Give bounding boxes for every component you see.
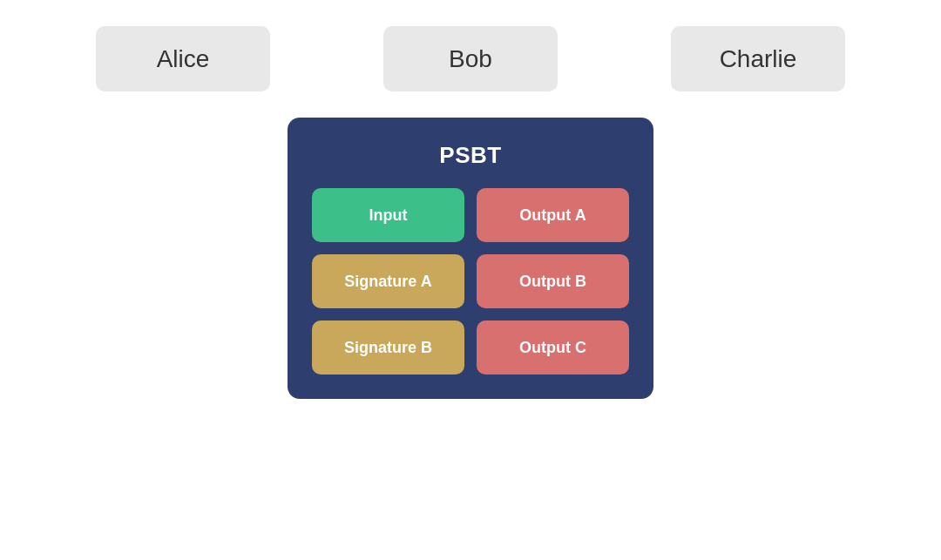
psbt-title: PSBT xyxy=(439,142,501,169)
person-alice: Alice xyxy=(96,26,270,91)
psbt-item-signature-b: Signature B xyxy=(312,320,464,374)
psbt-item-output-b-label: Output B xyxy=(519,273,586,291)
psbt-item-input-label: Input xyxy=(369,206,408,225)
psbt-item-output-c: Output C xyxy=(477,320,629,374)
psbt-item-output-c-label: Output C xyxy=(519,339,586,357)
person-alice-label: Alice xyxy=(157,45,210,73)
person-bob-label: Bob xyxy=(449,45,492,73)
psbt-item-signature-a: Signature A xyxy=(312,254,464,308)
psbt-item-output-a: Output A xyxy=(477,188,629,242)
psbt-box: PSBT Input Output A Signature A Output B… xyxy=(288,118,653,399)
psbt-item-input: Input xyxy=(312,188,464,242)
psbt-item-signature-a-label: Signature A xyxy=(344,273,431,291)
psbt-item-output-a-label: Output A xyxy=(519,206,586,225)
person-charlie: Charlie xyxy=(671,26,845,91)
person-bob: Bob xyxy=(383,26,558,91)
psbt-grid: Input Output A Signature A Output B Sign… xyxy=(312,188,629,374)
person-charlie-label: Charlie xyxy=(720,45,797,73)
psbt-item-signature-b-label: Signature B xyxy=(344,339,432,357)
persons-row: Alice Bob Charlie xyxy=(96,26,845,91)
psbt-item-output-b: Output B xyxy=(477,254,629,308)
